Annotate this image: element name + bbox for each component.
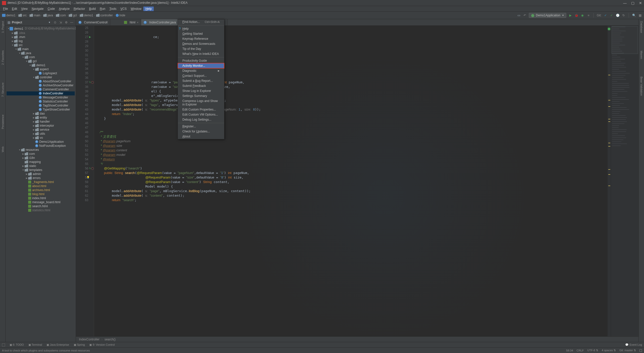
run-button[interactable]: ▶ xyxy=(568,13,572,17)
tree-node[interactable]: ▶vo xyxy=(7,136,75,140)
menu-item[interactable]: Edit Custom Properties... xyxy=(178,107,224,112)
menu-help[interactable]: Help xyxy=(143,7,154,11)
editor-tab[interactable]: CommentControll xyxy=(76,19,110,25)
tree-node[interactable]: LogAspect xyxy=(7,71,75,75)
tree-node[interactable]: ▼java xyxy=(7,51,75,55)
tree-node[interactable]: MessageController xyxy=(7,95,75,99)
settings-icon[interactable]: ⚙ xyxy=(64,20,68,24)
tree-node[interactable]: ▶com xyxy=(7,152,75,156)
tool-window-button[interactable]: Bean Validation xyxy=(640,77,643,96)
git-branch[interactable]: Git: master ⇅ xyxy=(619,349,636,352)
tree-node[interactable]: about.html xyxy=(7,184,75,188)
menu-item[interactable]: Activity Monitor... xyxy=(178,63,224,68)
panel-dropdown-icon[interactable]: ▼ xyxy=(48,21,51,24)
menu-item[interactable]: Find Action...Ctrl+Shift+A xyxy=(178,19,224,24)
tree-node[interactable]: ▼templates xyxy=(7,168,75,172)
menu-item[interactable]: Keymap Reference xyxy=(178,36,224,41)
tree-node[interactable]: ▼gcl xyxy=(7,59,75,63)
bottom-tool-button[interactable]: ▣ Spring xyxy=(74,343,85,346)
warning-tick[interactable] xyxy=(608,121,610,122)
tree-node[interactable]: CommentController xyxy=(7,87,75,91)
menu-item[interactable]: Contact Support... xyxy=(178,73,224,78)
tool-window-button[interactable]: 7: Structure xyxy=(1,83,4,97)
tree-node[interactable]: Demo1Application xyxy=(7,140,75,144)
tree-node[interactable]: ▼resources xyxy=(7,148,75,152)
breadcrumb-segment[interactable]: gcl xyxy=(69,14,77,17)
tree-node[interactable]: ArchiveShowController xyxy=(7,83,75,87)
editor-tab[interactable]: IndexController.java× xyxy=(141,19,182,25)
tool-window-button[interactable]: Web xyxy=(1,147,4,152)
breadcrumb-segment[interactable]: java xyxy=(43,14,53,17)
tree-node[interactable]: ▶.mvn xyxy=(7,35,75,39)
run-gutter-icon[interactable]: ▶ xyxy=(89,35,91,39)
menu-item[interactable]: About xyxy=(178,134,224,139)
menu-code[interactable]: Code xyxy=(46,7,57,11)
breadcrumb-segment[interactable]: main xyxy=(29,14,40,17)
tree-node[interactable]: ▼main xyxy=(7,47,75,51)
hide-panel-icon[interactable]: — xyxy=(70,20,74,24)
tree-node[interactable]: index.html xyxy=(7,196,75,200)
bottom-tool-button[interactable]: ▣ 6: TODO xyxy=(10,343,24,346)
debug-button[interactable]: 🐞 xyxy=(574,13,578,17)
back-icon[interactable]: ↶ xyxy=(523,13,527,17)
menu-edit[interactable]: Edit xyxy=(10,7,19,11)
warning-tick[interactable] xyxy=(608,119,610,119)
project-tree[interactable]: ▼demo1D:\Github仓库\MyBlog-MyBatis\demo1▶.… xyxy=(6,26,76,342)
menu-navigate[interactable]: Navigate xyxy=(30,7,46,11)
tool-window-toggle-icon[interactable] xyxy=(2,343,5,346)
warning-tick[interactable] xyxy=(608,143,610,143)
tree-node[interactable]: TypeShowController xyxy=(7,108,75,112)
warning-tick[interactable] xyxy=(608,146,610,147)
layout-icon[interactable]: ▭ xyxy=(517,13,521,17)
tool-window-button[interactable]: Maven xyxy=(640,51,643,59)
tree-node[interactable]: ▶.idea xyxy=(7,31,75,35)
menu-tools[interactable]: Tools xyxy=(107,7,118,11)
menu-item[interactable]: Compress Logs and Show in Explorer xyxy=(178,98,224,107)
menu-analyze[interactable]: Analyze xyxy=(57,7,72,11)
tree-node[interactable]: ▶dao xyxy=(7,112,75,116)
expand-all-icon[interactable]: ⇲ xyxy=(59,20,63,24)
tree-node[interactable]: ▶handler xyxy=(7,120,75,124)
warning-tick[interactable] xyxy=(608,100,610,100)
tree-node[interactable]: archives.html xyxy=(7,188,75,192)
gutter[interactable]: 25 26 27 28 29 30 31 32 33 34 35 36 37 3… xyxy=(76,26,94,336)
menu-item[interactable]: Show Log in Explorer xyxy=(178,88,224,93)
tree-node[interactable]: TagShowController xyxy=(7,103,75,108)
tree-node[interactable]: message_board.html xyxy=(7,200,75,204)
error-stripe[interactable] xyxy=(607,26,611,336)
tree-node[interactable]: ▼com xyxy=(7,55,75,59)
editor-tab[interactable]: html× xyxy=(122,19,141,25)
tree-node[interactable]: _fragments.html xyxy=(7,180,75,184)
tree-node[interactable]: mapping xyxy=(7,160,75,164)
breadcrumb-segment[interactable]: Inde xyxy=(116,14,125,17)
menu-item[interactable]: ?Help xyxy=(178,26,224,31)
vcs-revert-icon[interactable]: ↻ xyxy=(622,13,626,17)
tree-node[interactable]: ▶entity xyxy=(7,116,75,120)
run-configuration-select[interactable]: ⬤ Demo1Application ▼ xyxy=(529,13,566,18)
vcs-commit-icon[interactable]: ✓ xyxy=(610,13,614,17)
menu-item[interactable]: Register... xyxy=(178,124,224,129)
search-everywhere-icon[interactable]: 🔍 xyxy=(632,13,636,17)
breadcrumb-segment[interactable]: demo1 xyxy=(2,14,16,17)
tree-node[interactable]: statistics.html xyxy=(7,208,75,212)
maximize-button[interactable]: ▢ xyxy=(631,1,634,5)
tree-node[interactable]: ▶utils xyxy=(7,132,75,136)
event-log-button[interactable]: 💬 Event Log xyxy=(625,343,642,346)
tree-node[interactable]: search.html xyxy=(7,204,75,208)
line-ending[interactable]: CRLF xyxy=(577,349,584,352)
code-editor[interactable]: ce; ram(value = "pageNum",defaultValue =… xyxy=(94,26,607,336)
tree-node[interactable]: ▼src xyxy=(7,43,75,47)
warning-tick[interactable] xyxy=(608,186,610,186)
tree-node[interactable]: blog.html xyxy=(7,192,75,196)
tool-window-button[interactable]: Persistence xyxy=(1,115,4,129)
breadcrumb-segment[interactable]: src xyxy=(18,14,27,17)
tool-window-button[interactable]: Database xyxy=(640,21,643,33)
vcs-update-icon[interactable]: ✓ xyxy=(603,13,608,17)
menu-item[interactable]: What's New in IntelliJ IDEA xyxy=(178,51,224,56)
menu-window[interactable]: Window xyxy=(129,7,143,11)
warning-tick[interactable] xyxy=(608,174,610,175)
breadcrumb-method[interactable]: search() xyxy=(104,338,115,341)
menu-run[interactable]: Run xyxy=(98,7,107,11)
menu-item[interactable]: Tip of the Day xyxy=(178,46,224,51)
bottom-tool-button[interactable]: ▣ Java Enterprise xyxy=(47,343,69,346)
